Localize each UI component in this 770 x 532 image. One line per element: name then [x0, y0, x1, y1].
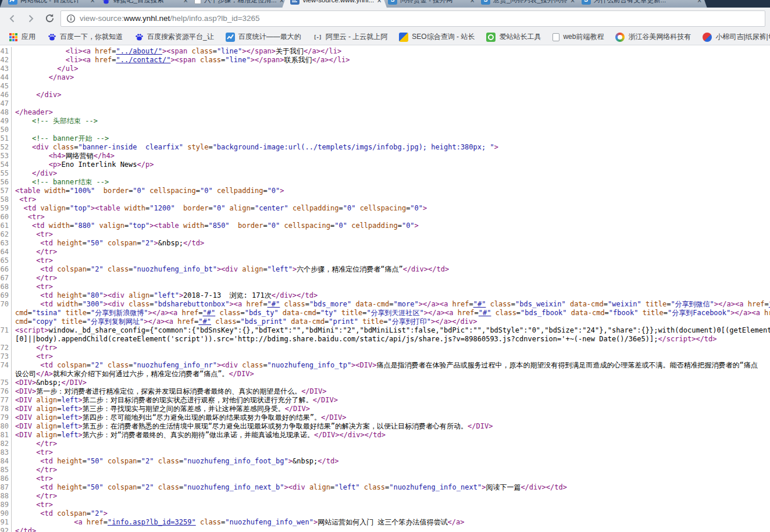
source-line: 70 <td width="300"><div class="bdsharebu…	[0, 300, 770, 309]
line-number: 64	[0, 248, 12, 256]
bookmark-item[interactable]: web前端教程	[547, 30, 609, 44]
line-number: 63	[0, 239, 12, 248]
source-line: 72 </tr>	[0, 344, 770, 352]
tab[interactable]: S悬赏_问答列表_搜外问答×	[473, 0, 580, 8]
source-code-text: <td colspan="2" class="nuozhufeng_info_b…	[12, 265, 770, 274]
tab-close-icon[interactable]: ×	[470, 0, 475, 4]
source-code-text: <tr>	[12, 283, 770, 291]
bookmark-label: 小棉司吉|纸尿裤|母	[715, 32, 770, 42]
source-link[interactable]: "#"	[203, 309, 216, 317]
blank-page-icon	[194, 0, 201, 4]
forward-button-icon[interactable]	[23, 11, 38, 26]
line-number: 76	[0, 387, 12, 396]
source-link[interactable]: "../contact/"	[116, 56, 170, 64]
source-link[interactable]: "#"	[473, 300, 486, 308]
seowhy-icon: S	[388, 0, 397, 5]
gumei-icon	[615, 33, 625, 42]
tab-close-icon[interactable]: ×	[377, 0, 382, 4]
line-number: 43	[0, 65, 12, 73]
tab-close-icon[interactable]: ×	[90, 0, 95, 4]
source-line: 86 <tr>	[0, 474, 770, 483]
source-code-text: <a href="info.asp?lb_id=3259" class="nuo…	[12, 518, 770, 527]
source-line: 80<DIV align=left>第五步：在消费者熟悉的生活情境中展现“尽力避…	[0, 422, 770, 431]
line-number	[0, 309, 12, 317]
source-code-text: <DIV align=left>第四步：尽可能地列出“尽力避免出现的最坏的结果或…	[12, 413, 770, 422]
source-line: 43 </ul>	[0, 65, 770, 73]
source-link[interactable]: "#"	[198, 317, 211, 326]
source-line: 55 </div>	[0, 169, 770, 178]
line-number: 84	[0, 457, 12, 466]
tab-active[interactable]: view-source:www.ynhl...×	[282, 0, 387, 8]
source-code-text: <p>Eno Interlink News</p>	[12, 160, 770, 169]
tab[interactable]: 网站概况 - 百度统计×	[0, 0, 100, 8]
bookmark-item[interactable]: 爱站站长工具	[481, 30, 546, 44]
source-code-text: <DIV>&nbsp;</DIV>	[12, 379, 770, 387]
source-line: 50	[0, 126, 770, 134]
page-icon	[552, 33, 559, 41]
tab[interactable]: S问答赏金 - 搜外网×	[380, 0, 480, 8]
source-line: 设公司</A>就和大家介绍下如何通过六步，精准定位消费者“痛点”。</DIV>	[0, 370, 770, 379]
bookmark-item[interactable]: 小棉司吉|纸尿裤|母	[697, 30, 770, 44]
source-code-text: <td height="50" colspan="2" class="nuozh…	[12, 457, 770, 466]
line-number: 71	[0, 326, 12, 335]
aizhan-icon	[486, 33, 495, 42]
back-button-icon[interactable]	[5, 11, 20, 26]
bookmark-item[interactable]: 百度一下，你就知道	[42, 30, 128, 44]
bookmark-item[interactable]: SEO综合查询 - 站长	[394, 30, 480, 44]
source-code-text: <!-- banner开始 -->	[12, 134, 770, 143]
bookmark-item[interactable]: 百度统计——最大的	[220, 30, 306, 44]
address-bar[interactable]: view-source:www.ynhl.net/help/info.asp?l…	[60, 10, 765, 27]
line-number: 72	[0, 344, 12, 352]
source-code-text	[12, 126, 770, 134]
source-code-text: <tr>	[12, 256, 770, 265]
browser-window: 网站概况 - 百度统计×蜂蜜吧_百度搜索×六个步骤，精准定位消...×view-…	[0, 0, 770, 532]
tab-title: 为什么前台有文章更新...	[594, 0, 694, 5]
page-info-icon[interactable]	[66, 14, 76, 23]
source-code-text: <td colspan="2" class="nuozhufeng_info_n…	[12, 361, 770, 370]
tab-title: 六个步骤，精准定位消...	[204, 0, 277, 5]
line-number: 87	[0, 483, 12, 492]
source-line: 76<DIV>第一步：对消费者进行精准定位，探索并发现目标消费者最终的、真实的期…	[0, 387, 770, 396]
source-link[interactable]: "../about/"	[116, 47, 162, 55]
bookmark-item[interactable]: 浙江谷美网络科技有	[610, 30, 696, 44]
line-number	[0, 317, 12, 326]
line-number: 48	[0, 108, 12, 117]
source-line: 83 <tr>	[0, 448, 770, 457]
source-line: 92</td>	[0, 527, 770, 532]
source-link[interactable]: "info.asp?lb_id=3259"	[108, 518, 196, 526]
tab-close-icon[interactable]: ×	[280, 0, 284, 4]
tab[interactable]: S为什么前台有文章更新...×	[573, 0, 707, 8]
source-code-text: </tr>	[12, 248, 770, 256]
bookmark-item[interactable]: 应用	[3, 30, 41, 44]
source-line: 82 </tr>	[0, 440, 770, 448]
source-line: 77<DIV align=left>第二步：对目标消费者的现实状态进行观察，对他…	[0, 396, 770, 405]
tab-strip: 网站概况 - 百度统计×蜂蜜吧_百度搜索×六个步骤，精准定位消...×view-…	[0, 0, 770, 8]
source-code-text: </nav>	[12, 73, 770, 82]
source-line: 60 <tr>	[0, 213, 770, 222]
source-line: 84 <td height="50" colspan="2" class="nu…	[0, 457, 770, 466]
bookmark-item[interactable]: 百度搜索资源平台_让	[129, 30, 219, 44]
line-number	[0, 370, 12, 379]
source-line: 57<table width="100%" border="0" cellspa…	[0, 187, 770, 195]
source-code-text: <td height="50" colspan="2" class="nuozh…	[12, 483, 770, 492]
source-line: 62 <tr>	[0, 230, 770, 239]
source-link[interactable]: "#"	[479, 309, 491, 317]
source-line: 54 <p>Eno Interlink News</p>	[0, 160, 770, 169]
bookmark-item[interactable]: [-]阿里云 - 上云就上阿	[308, 30, 393, 44]
seowhy-icon: S	[582, 0, 591, 5]
line-number: 57	[0, 187, 12, 195]
tab-close-icon[interactable]: ×	[183, 0, 188, 4]
stats-chart-icon	[226, 33, 235, 42]
tab-close-icon[interactable]: ×	[697, 0, 702, 4]
source-link[interactable]: "#"	[268, 300, 280, 308]
bookmark-label: 爱站站长工具	[499, 32, 541, 42]
aliyun-icon: [-]	[313, 33, 322, 42]
reload-button-icon[interactable]	[42, 11, 57, 26]
line-number: 54	[0, 160, 12, 169]
tab[interactable]: 六个步骤，精准定位消...×	[186, 0, 289, 8]
source-code-text: <DIV align=left>第二步：对目标消费者的现实状态进行观察，对他们的…	[12, 396, 770, 405]
bookmark-label: 百度统计——最大的	[238, 32, 301, 42]
line-number: 90	[0, 509, 12, 518]
tab-close-icon[interactable]: ×	[571, 0, 575, 4]
tab[interactable]: 蜂蜜吧_百度搜索×	[93, 0, 193, 8]
